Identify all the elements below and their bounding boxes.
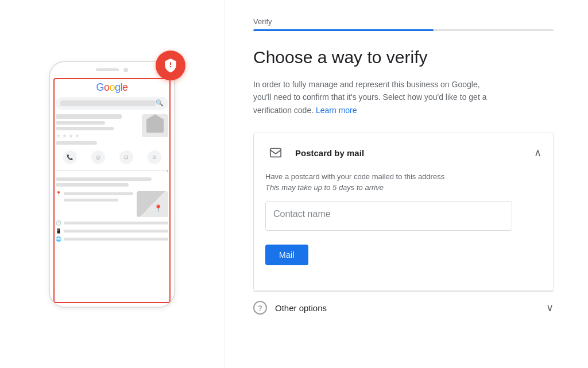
phone-call-icon: 📞 bbox=[63, 150, 77, 164]
svg-rect-0 bbox=[270, 149, 281, 157]
phone-map-mini: 📍 bbox=[137, 191, 168, 217]
phone-map-row: 📍 📍 bbox=[56, 191, 168, 217]
phone-location-icon: 📍 bbox=[56, 191, 61, 196]
other-options-chevron-icon: ∨ bbox=[546, 301, 554, 314]
right-panel: Verify Choose a way to verify In order t… bbox=[224, 0, 588, 368]
phone-google-logo: Google bbox=[56, 82, 168, 94]
progress-section: Verify bbox=[253, 17, 554, 31]
question-circle-icon: ? bbox=[253, 301, 267, 315]
phone-speaker bbox=[96, 68, 119, 71]
contact-name-input[interactable] bbox=[265, 201, 512, 231]
phone-directions-icon: ◎ bbox=[91, 150, 105, 164]
phone-phone-icon: 📱 bbox=[56, 228, 61, 234]
postcard-expanded-content: Have a postcard with your code mailed to… bbox=[254, 172, 553, 290]
phone-search-icon: 🔍 bbox=[156, 99, 164, 107]
mail-button[interactable]: Mail bbox=[265, 245, 308, 265]
progress-label: Verify bbox=[253, 17, 554, 26]
phone-save-icon: ⊡ bbox=[119, 150, 133, 164]
contact-name-wrapper: Contact name bbox=[265, 201, 541, 231]
postcard-option-header[interactable]: Postcard by mail ∧ bbox=[254, 133, 553, 172]
phone-action-icons: 📞 ◎ ⊡ ⊙ bbox=[56, 150, 168, 164]
phone-expand-icon: › bbox=[167, 168, 168, 174]
phone-globe-icon: 🌐 bbox=[56, 237, 61, 242]
phone-clock-icon: 🕐 bbox=[56, 220, 61, 226]
phone-store-icon bbox=[142, 114, 168, 137]
progress-bar-container bbox=[253, 29, 554, 31]
left-panel: Google 🔍 ★ bbox=[0, 0, 224, 368]
phone-search-bar: 🔍 bbox=[56, 97, 168, 110]
postcard-by-mail-section: Postcard by mail ∧ Have a postcard with … bbox=[253, 133, 554, 291]
phone-screen-content: Google 🔍 ★ bbox=[50, 78, 174, 307]
page-title: Choose a way to verify bbox=[253, 47, 554, 68]
mail-icon bbox=[265, 142, 286, 163]
other-options-label: Other options bbox=[275, 303, 327, 313]
other-options-row[interactable]: ? Other options ∨ bbox=[253, 292, 554, 324]
phone-result-row: ★ ★ ★ ★ bbox=[56, 114, 168, 147]
postcard-collapse-icon: ∧ bbox=[534, 146, 541, 159]
phone-camera bbox=[123, 68, 128, 72]
shield-exclamation-icon bbox=[163, 58, 178, 73]
phone-more-icon: ⊙ bbox=[148, 150, 161, 164]
page-description: In order to fully manage and represent t… bbox=[253, 78, 494, 117]
phone-wrapper: Google 🔍 ★ bbox=[49, 61, 175, 308]
map-pin-icon: 📍 bbox=[154, 204, 163, 212]
postcard-option-title: Postcard by mail bbox=[295, 148, 364, 158]
learn-more-link[interactable]: Learn more bbox=[316, 106, 357, 115]
progress-bar-fill bbox=[253, 29, 434, 31]
postcard-time-note: This may take up to 5 days to arrive bbox=[265, 183, 541, 192]
postcard-description: Have a postcard with your code mailed to… bbox=[265, 172, 541, 181]
phone-stars: ★ ★ ★ ★ bbox=[56, 133, 138, 139]
shield-badge bbox=[156, 51, 185, 80]
phone-mockup: Google 🔍 ★ bbox=[49, 61, 175, 308]
